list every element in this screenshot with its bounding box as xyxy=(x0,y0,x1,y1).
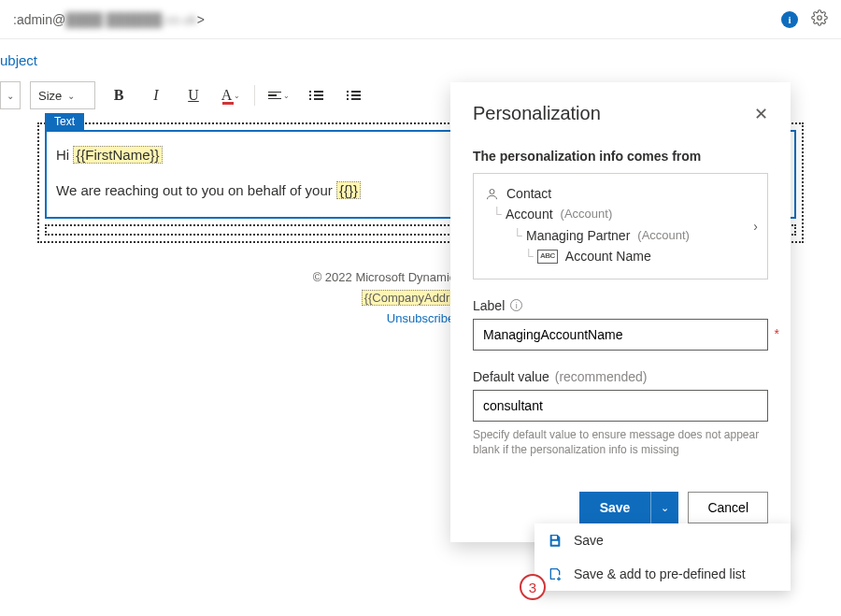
font-family-dropdown[interactable]: ⌄ xyxy=(0,81,21,109)
numbered-list-button[interactable] xyxy=(302,81,330,109)
empty-token[interactable]: {{}} xyxy=(336,181,361,199)
panel-title: Personalization xyxy=(473,103,601,124)
default-value-label: Default value (recommended) xyxy=(473,369,768,384)
save-button[interactable]: Save xyxy=(579,492,651,523)
label-field-label: Label i xyxy=(473,298,768,313)
menu-item-save[interactable]: Save xyxy=(535,523,791,557)
source-tree-card[interactable]: Contact Account (Account) Managing Partn… xyxy=(473,173,768,279)
close-icon[interactable]: ✕ xyxy=(754,104,768,124)
tree-label: Managing Partner xyxy=(526,225,630,246)
tree-label: Account xyxy=(506,204,553,224)
chevron-down-icon: ⌄ xyxy=(7,91,14,101)
tree-label: Contact xyxy=(506,183,551,204)
menu-item-save-predefined[interactable]: Save & add to pre-defined list xyxy=(535,557,791,591)
text-field-icon: ABC xyxy=(537,250,558,264)
chevron-down-icon: ⌄ xyxy=(234,92,240,100)
size-label: Size xyxy=(38,89,62,103)
info-icon[interactable]: i xyxy=(781,11,798,28)
save-icon xyxy=(548,533,563,548)
firstname-token[interactable]: {{FirstName}} xyxy=(73,146,162,164)
menu-item-label: Save & add to pre-defined list xyxy=(574,566,746,581)
italic-button[interactable]: I xyxy=(142,81,170,109)
save-split-button: Save ⌄ xyxy=(579,492,679,523)
font-color-button[interactable]: A⌄ xyxy=(217,81,245,109)
cancel-button[interactable]: Cancel xyxy=(688,492,768,523)
bold-button[interactable]: B xyxy=(105,81,133,109)
default-value-help: Specify default value to ensure message … xyxy=(473,427,768,459)
tree-account-name: ABC Account Name xyxy=(485,246,756,266)
step-indicator: 3 xyxy=(520,574,546,600)
chevron-down-icon: ⌄ xyxy=(661,502,669,514)
separator xyxy=(254,85,255,106)
person-icon xyxy=(485,187,499,201)
chevron-right-icon[interactable]: › xyxy=(753,219,758,234)
body-text: We are reaching out to you on behalf of … xyxy=(56,182,336,198)
save-add-icon xyxy=(548,566,563,581)
source-section-label: The personalization info comes from xyxy=(473,149,768,164)
align-button[interactable]: ⌄ xyxy=(264,81,292,109)
unordered-list-icon xyxy=(347,91,361,100)
block-type-tag: Text xyxy=(45,113,84,130)
from-prefix: :admin@ xyxy=(13,12,65,27)
menu-item-label: Save xyxy=(574,533,604,548)
top-icons: i xyxy=(781,9,828,29)
tree-root-contact: Contact xyxy=(485,183,756,204)
gear-icon[interactable] xyxy=(811,9,828,29)
label-input[interactable] xyxy=(473,319,768,351)
required-indicator: * xyxy=(775,326,779,341)
unsubscribe-link[interactable]: Unsubscribe xyxy=(387,311,454,325)
default-value-input[interactable] xyxy=(473,390,768,422)
ordered-list-icon xyxy=(309,91,323,100)
font-size-dropdown[interactable]: Size⌄ xyxy=(30,81,95,109)
top-bar: :admin@████ ██████.co.uk> i xyxy=(0,0,841,39)
tree-account: Account (Account) xyxy=(485,204,756,224)
tree-suffix: (Account) xyxy=(561,205,613,224)
underline-button[interactable]: U xyxy=(179,81,207,109)
save-dropdown-menu: Save Save & add to pre-defined list xyxy=(535,523,791,591)
from-address: :admin@████ ██████.co.uk> xyxy=(13,12,205,27)
subject-label[interactable]: ubject xyxy=(0,39,841,79)
tree-label: Account Name xyxy=(565,246,651,266)
greeting-text: Hi xyxy=(56,147,73,163)
svg-point-0 xyxy=(818,16,822,21)
bullet-list-button[interactable] xyxy=(339,81,367,109)
info-icon[interactable]: i xyxy=(510,299,522,311)
align-left-icon xyxy=(268,92,281,100)
svg-point-1 xyxy=(490,189,494,193)
save-dropdown-button[interactable]: ⌄ xyxy=(650,492,678,523)
personalization-panel: Personalization ✕ The personalization in… xyxy=(450,82,791,542)
from-suffix: > xyxy=(197,12,205,27)
tree-suffix: (Account) xyxy=(637,226,690,246)
chevron-down-icon: ⌄ xyxy=(283,92,290,100)
chevron-down-icon: ⌄ xyxy=(67,91,75,101)
from-blurred: ████ ██████.co.uk xyxy=(65,12,196,27)
tree-managing-partner: Managing Partner (Account) xyxy=(485,225,756,246)
